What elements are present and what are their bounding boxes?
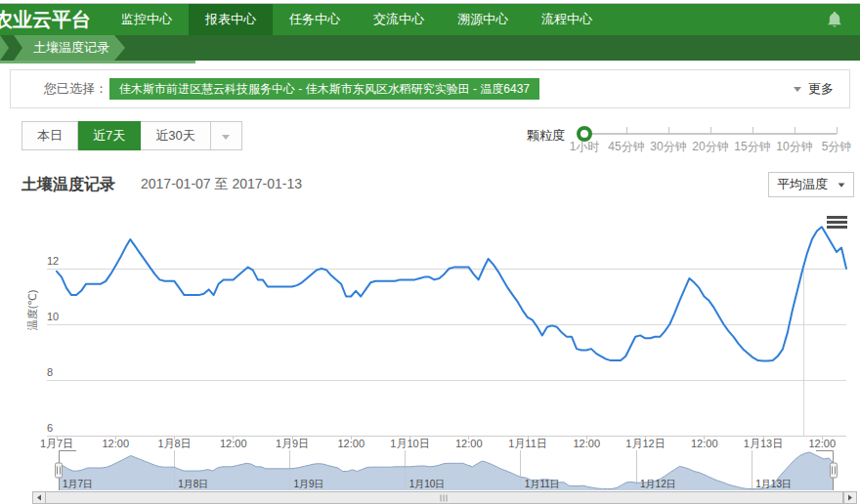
nav-item-4[interactable]: 交流中心	[357, 4, 441, 35]
chart-title: 土壤温度记录	[22, 175, 115, 195]
navigator-date-label: 1月12日	[640, 479, 676, 489]
navigator-date-label: 1月13日	[755, 479, 792, 489]
time-range-buttons: 本日近7天近30天	[22, 121, 242, 150]
x-tick-label: 1月7日	[40, 438, 73, 449]
notification-bell-icon[interactable]	[827, 11, 842, 28]
selected-device-tag[interactable]: 佳木斯市前进区慧云科技服务中心 - 佳木斯市东风区水稻研究实验田 - 温度643…	[109, 78, 539, 100]
navigator-date-label: 1月8日	[178, 479, 208, 489]
chart-menu-icon[interactable]	[827, 216, 847, 231]
chart-region: 6810121月7日12:001月8日12:001月9日12:001月10日12…	[0, 207, 860, 504]
range-button-2[interactable]: 近7天	[78, 121, 141, 150]
range-dropdown-button[interactable]	[211, 121, 242, 150]
y-axis-title: 温度(℃)	[25, 276, 40, 345]
granularity-control: 颗粒度 1小时45分钟30分钟20分钟15分钟10分钟5分钟	[527, 121, 844, 156]
granularity-option-5[interactable]: 15分钟	[729, 139, 776, 155]
nav-item-3[interactable]: 任务中心	[273, 4, 357, 35]
navigator-right-handle[interactable]	[831, 463, 838, 478]
x-tick-label: 1月13日	[744, 438, 783, 449]
more-button[interactable]: 更多	[794, 70, 834, 107]
x-tick-label: 1月10日	[390, 438, 429, 449]
x-tick-label: 12:00	[102, 438, 129, 449]
selection-panel: 您已选择： 佳木斯市前进区慧云科技服务中心 - 佳木斯市东风区水稻研究实验田 -…	[10, 69, 850, 108]
y-tick-label: 10	[47, 311, 59, 322]
granularity-option-3[interactable]: 30分钟	[645, 139, 692, 155]
more-label: 更多	[808, 80, 834, 98]
temperature-series-line	[57, 227, 846, 360]
granularity-label: 颗粒度	[527, 127, 565, 156]
navigator-date-label: 1月11日	[525, 479, 560, 489]
nav-item-6[interactable]: 流程中心	[525, 4, 609, 35]
breadcrumb: 土壤温度记录	[0, 35, 860, 61]
navigator-left-handle[interactable]	[56, 463, 63, 478]
nav-item-5[interactable]: 溯源中心	[441, 4, 525, 35]
y-tick-label: 8	[47, 366, 53, 378]
controls-row: 本日近7天近30天 颗粒度 1小时45分钟30分钟20分钟15分钟10分钟5分钟	[22, 121, 844, 158]
x-tick-label: 12:00	[691, 438, 718, 449]
chevron-down-icon	[222, 135, 230, 140]
chart-menu-bar	[827, 216, 847, 219]
nav-item-2[interactable]: 报表中心	[189, 4, 273, 35]
chart-canvas[interactable]: 6810121月7日12:001月8日12:001月9日12:001月10日12…	[0, 207, 860, 504]
x-tick-label: 12:00	[808, 438, 836, 449]
chart-date-range: 2017-01-07 至 2017-01-13	[141, 176, 302, 193]
granularity-option-4[interactable]: 20分钟	[687, 139, 734, 155]
range-button-1[interactable]: 本日	[22, 121, 78, 150]
navigator[interactable]: 1月7日1月8日1月9日1月10日1月11日1月12日1月13日	[56, 450, 838, 490]
chart-menu-bar	[827, 226, 847, 229]
slider-tick	[626, 127, 627, 134]
chevron-down-icon	[838, 183, 845, 187]
selection-label: 您已选择：	[44, 80, 108, 98]
x-axis: 1月7日12:001月8日12:001月9日12:001月10日12:001月1…	[40, 436, 836, 449]
breadcrumb-underline	[0, 61, 195, 63]
chart-menu-bar	[827, 221, 847, 224]
slider-tick	[752, 127, 753, 134]
x-tick-label: 12:00	[455, 438, 483, 449]
nav-item-1[interactable]: 监控中心	[105, 4, 189, 35]
main-nav: 监控中心报表中心任务中心交流中心溯源中心流程中心	[105, 4, 609, 35]
y-tick-label: 12	[47, 255, 59, 267]
slider-tick	[668, 127, 669, 134]
breadcrumb-current[interactable]: 土壤温度记录	[14, 35, 125, 61]
x-tick-label: 1月8日	[157, 438, 191, 449]
granularity-option-6[interactable]: 10分钟	[771, 139, 818, 155]
granularity-slider[interactable]: 1小时45分钟30分钟20分钟15分钟10分钟5分钟	[577, 121, 844, 156]
range-button-3[interactable]: 近30天	[141, 121, 210, 150]
metric-select-value: 平均温度	[777, 176, 828, 193]
y-tick-label: 6	[47, 422, 53, 434]
metric-select[interactable]: 平均温度	[768, 172, 854, 197]
x-tick-label: 1月9日	[276, 438, 309, 449]
navigator-area	[59, 452, 834, 490]
slider-handle[interactable]	[577, 126, 592, 142]
navigator-date-label: 1月7日	[63, 479, 93, 489]
app-title: 农业云平台	[0, 4, 91, 35]
topbar: 农业云平台 监控中心报表中心任务中心交流中心溯源中心流程中心	[0, 4, 860, 35]
x-tick-label: 12:00	[337, 438, 365, 449]
breadcrumb-arrow-fragment	[0, 35, 9, 61]
x-tick-label: 12:00	[573, 438, 600, 449]
x-tick-label: 12:00	[220, 438, 247, 449]
granularity-option-2[interactable]: 45分钟	[603, 139, 650, 155]
chart-header: 土壤温度记录 2017-01-07 至 2017-01-13 平均温度	[22, 170, 854, 199]
slider-tick	[837, 127, 838, 134]
chevron-down-icon	[794, 87, 801, 92]
x-tick-label: 1月12日	[625, 438, 665, 449]
scrollbar[interactable]	[33, 492, 857, 504]
navigator-date-label: 1月10日	[409, 479, 446, 489]
slider-tick	[710, 127, 711, 134]
granularity-option-7[interactable]: 5分钟	[813, 139, 860, 155]
navigator-date-label: 1月9日	[293, 479, 323, 489]
slider-tick	[795, 127, 796, 134]
x-tick-label: 1月11日	[508, 438, 547, 449]
